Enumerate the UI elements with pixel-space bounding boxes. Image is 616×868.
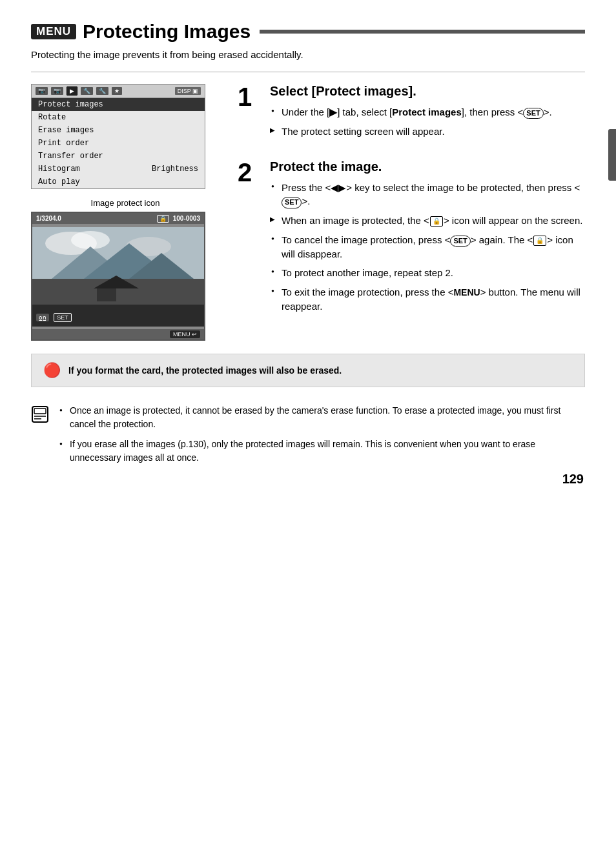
menu-screenshot: 📷 📷 ▶ 🔧 🔧 ★ DISP ▣ Protect images Rotate… [31, 84, 205, 189]
lcd-aperture: 4.0 [52, 215, 61, 222]
step2-bullet-5: To exit the image protection, press the … [270, 285, 585, 314]
menu-item-rotate: Rotate [32, 111, 205, 124]
lcd-folder: 100-0003 [173, 215, 200, 222]
note-icon [31, 405, 49, 471]
step1-title: Select [Protect images]. [270, 84, 585, 99]
tab-symbol: ▶ [329, 106, 337, 117]
left-column: 📷 📷 ▶ 🔧 🔧 ★ DISP ▣ Protect images Rotate… [31, 84, 231, 341]
set-key-2: SET [282, 197, 302, 208]
step2-section: 2 Protect the image. Press the <◀▶> key … [238, 159, 585, 319]
note-bullet-1: Once an image is protected, it cannot be… [58, 404, 585, 431]
set-key-1: SET [523, 108, 543, 119]
tab-icon-active: ▶ [67, 86, 77, 96]
section-divider [31, 72, 585, 72]
step1-number: 1 [238, 84, 263, 144]
step1-content: Select [Protect images]. Under the [▶] t… [270, 84, 585, 144]
brightness-label: Brightness [152, 165, 198, 174]
tab-icon-5: 🔧 [96, 87, 108, 95]
warning-text: If you format the card, the protected im… [68, 365, 342, 376]
right-column: 1 Select [Protect images]. Under the [▶]… [231, 84, 585, 341]
protect-icon: 🔒 [157, 215, 169, 223]
step1-bullet-1: Under the [▶] tab, select [Protect image… [270, 105, 585, 119]
step2-content: Protect the image. Press the <◀▶> key to… [270, 159, 585, 319]
step1-bullets: Under the [▶] tab, select [Protect image… [270, 105, 585, 139]
menu-item-transfer: Transfer order [32, 150, 205, 163]
menu-item-erase: Erase images [32, 124, 205, 137]
page-container: MENU Protecting Images Protecting the im… [0, 0, 616, 505]
step2-bullet-4: To protect another image, repeat step 2. [270, 266, 585, 280]
tab-icon-1: 📷 [36, 87, 48, 95]
set-key-3: SET [450, 236, 470, 247]
tab-icon-4: 🔧 [81, 87, 93, 95]
page-number: 129 [562, 472, 584, 487]
lcd-screenshot: 1/320 4.0 🔒 100-0003 [31, 212, 205, 341]
disp-badge: DISP ▣ [175, 87, 201, 95]
svg-point-2 [71, 231, 110, 249]
step2-bullets: Press the <◀▶> key to select the image t… [270, 181, 585, 314]
page-subtitle: Protecting the image prevents it from be… [31, 49, 585, 60]
lcd-set-badge: o̲n̲ SET [36, 310, 72, 321]
menu-key: MENU [453, 287, 480, 298]
note-bullets: Once an image is protected, it cannot be… [58, 404, 585, 471]
protect-icon-inline-2: 🔒 [533, 236, 546, 247]
note-box: Once an image is protected, it cannot be… [31, 398, 585, 478]
step2-number: 2 [238, 159, 263, 319]
main-content: 📷 📷 ▶ 🔧 🔧 ★ DISP ▣ Protect images Rotate… [31, 84, 585, 341]
warning-box: 🔴 If you format the card, the protected … [31, 354, 585, 387]
svg-rect-12 [34, 409, 46, 414]
protect-images-bold: Protect images [392, 106, 462, 117]
step2-title: Protect the image. [270, 159, 585, 174]
protect-icon-inline-1: 🔒 [430, 216, 443, 227]
menu-item-protect: Protect images [32, 98, 205, 111]
note-svg-icon [31, 405, 49, 423]
step2-bullet-2: When an image is protected, the <🔒> icon… [270, 214, 585, 228]
menu-tab-bar: 📷 📷 ▶ 🔧 🔧 ★ DISP ▣ [32, 85, 205, 98]
tab-icon-2: 📷 [51, 87, 63, 95]
protect-icon-label: Image protect icon [31, 198, 220, 208]
step1-section: 1 Select [Protect images]. Under the [▶]… [238, 84, 585, 144]
menu-badge: MENU [31, 24, 76, 39]
menu-item-print: Print order [32, 137, 205, 150]
tab-icon-6: ★ [112, 87, 122, 95]
title-bar [260, 30, 585, 34]
lcd-shutter: 1/320 [36, 215, 52, 222]
set-label: SET [54, 313, 72, 322]
warning-icon: 🔴 [43, 362, 61, 379]
lcd-protect-symbol: 🔒 [157, 215, 169, 222]
lcd-top-bar: 1/320 4.0 🔒 100-0003 [32, 213, 204, 224]
title-section: MENU Protecting Images [31, 21, 585, 43]
step1-screenshot-area: 📷 📷 ▶ 🔧 🔧 ★ DISP ▣ Protect images Rotate… [31, 84, 220, 189]
menu-item-autoplay: Auto play [32, 176, 205, 188]
step2-screenshot-area: Image protect icon 1/320 4.0 🔒 100-0003 [31, 198, 220, 341]
svg-rect-8 [97, 288, 116, 301]
lcd-bottom-bar: MENU ↩ [32, 329, 204, 339]
note-bullet-2: If you erase all the images (p.130), onl… [58, 438, 585, 465]
sidebar-accent [608, 129, 616, 181]
lcd-image-area [32, 227, 204, 324]
page-title: Protecting Images [83, 21, 251, 43]
histogram-label: Histogram [38, 165, 80, 174]
step2-bullet-3: To cancel the image protection, press <S… [270, 233, 585, 261]
lcd-menu-btn: MENU ↩ [170, 330, 200, 338]
menu-item-histogram: Histogram Brightness [32, 163, 205, 176]
step1-bullet-2: The protect setting screen will appear. [270, 125, 585, 139]
on-label: o̲n̲ [36, 314, 49, 321]
step2-bullet-1: Press the <◀▶> key to select the image t… [270, 181, 585, 209]
